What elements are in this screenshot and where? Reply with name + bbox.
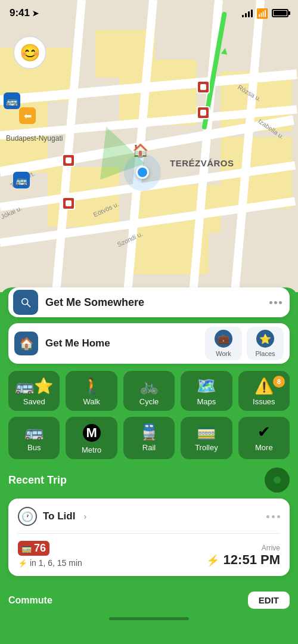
- search-placeholder[interactable]: Get Me Somewhere: [38, 296, 266, 309]
- metro-button[interactable]: M Metro: [66, 417, 117, 459]
- more-button[interactable]: ✔ More: [238, 417, 290, 459]
- dot: [274, 301, 277, 304]
- metro-label: Metro: [82, 445, 101, 454]
- briefcase-icon: 💼: [218, 333, 229, 345]
- maps-label: Maps: [197, 397, 216, 406]
- svg-line-1: [27, 304, 30, 307]
- wifi-icon: 📶: [256, 8, 268, 19]
- edit-button[interactable]: EDIT: [248, 592, 290, 609]
- get-home-label[interactable]: Get Me Home: [38, 338, 200, 349]
- map-yellow-icon: ⬅: [19, 107, 36, 124]
- signal-bar-3: [248, 11, 250, 17]
- bus-stop-marker: [197, 80, 210, 94]
- terez-district-label: TERÉZVÁROS: [170, 158, 234, 168]
- status-time: 9:41 ➤: [10, 7, 39, 19]
- grid-section: 🚌⭐ Saved 🚶 Walk 🚲 Cycle 🗺️ Maps ⚠️ Issue…: [0, 364, 298, 459]
- get-home-button[interactable]: 🏠: [14, 332, 38, 355]
- search-icon-button[interactable]: [13, 290, 38, 315]
- signal-bars: [242, 9, 253, 17]
- trolley-label: Trolley: [195, 443, 218, 452]
- trip-card-header: 🕐 To Lidl ›: [18, 507, 280, 526]
- home-pin: 🏠: [132, 143, 148, 159]
- signal-bar-2: [245, 13, 247, 17]
- maps-button[interactable]: 🗺️ Maps: [181, 371, 232, 411]
- home-icon: 🏠: [19, 336, 34, 351]
- clock-icon: 🕐: [18, 507, 37, 526]
- bus-stop-marker: [62, 197, 75, 210]
- metro-icon: M: [83, 424, 101, 442]
- places-icon-circle: ⭐: [256, 330, 274, 348]
- arrive-time: ⚡ 12:51 PM: [206, 552, 280, 568]
- recent-trip-options-button[interactable]: [265, 467, 290, 493]
- rail-button[interactable]: 🚆 Rail: [123, 417, 175, 459]
- rail-icon: 🚆: [139, 424, 159, 439]
- walk-label: Walk: [83, 397, 100, 406]
- bottom-panel: Get Me Somewhere 🏠 Get Me Home 💼 Work ⭐ …: [0, 287, 298, 636]
- trolley-route-icon: 🚃: [21, 544, 32, 553]
- dot: [279, 301, 282, 304]
- walk-button[interactable]: 🚶 Walk: [66, 371, 117, 411]
- dot: [277, 515, 280, 518]
- issues-icon: ⚠️: [254, 378, 274, 394]
- arrive-label: Arrive: [206, 544, 280, 552]
- route-number: 76: [34, 542, 46, 555]
- bottom-bar: Commute EDIT: [0, 583, 298, 614]
- trip-minutes: ⚡ in 1, 6, 15 min: [18, 558, 82, 568]
- recent-trip-header: Recent Trip: [0, 465, 298, 499]
- issues-button[interactable]: ⚠️ Issues 8: [238, 371, 290, 411]
- arrive-block: Arrive ⚡ 12:51 PM: [206, 544, 280, 568]
- places-label: Places: [255, 350, 275, 357]
- cycle-button[interactable]: 🚲 Cycle: [123, 371, 175, 411]
- home-indicator: [109, 617, 189, 620]
- trip-more-options[interactable]: [266, 515, 280, 518]
- saved-icon: 🚌⭐: [15, 378, 53, 394]
- circle-icon: [271, 473, 284, 487]
- map-view[interactable]: ▲ 🏠 🚌 🚌 ⬅ Budapest-Nyugati TERÉZVÁROS Ró…: [0, 0, 298, 292]
- trip-details-row: 🚃 76 ⚡ in 1, 6, 15 min Arrive ⚡ 12:51 PM: [18, 541, 280, 568]
- issues-badge: 8: [273, 376, 285, 388]
- location-icon: ➤: [32, 9, 39, 18]
- map-transit-icon: 🚌: [4, 92, 20, 109]
- work-label: Work: [216, 350, 231, 357]
- map-metro-icon: 🚌: [13, 172, 30, 188]
- saved-button[interactable]: 🚌⭐ Saved: [8, 371, 60, 411]
- trip-arrow-icon: ›: [83, 512, 86, 521]
- trip-title-row: 🕐 To Lidl ›: [18, 507, 86, 526]
- quick-actions-row: 🏠 Get Me Home 💼 Work ⭐ Places: [8, 323, 290, 364]
- places-button[interactable]: ⭐ Places: [247, 327, 284, 360]
- commute-label: Commute: [8, 595, 52, 606]
- issues-label: Issues: [253, 397, 275, 406]
- work-button[interactable]: 💼 Work: [205, 327, 242, 360]
- bus-route-badge: 🚃 76: [18, 541, 49, 556]
- location-dot: [136, 166, 149, 179]
- trip-card[interactable]: 🕐 To Lidl › 🚃 76 ⚡: [8, 499, 290, 576]
- work-icon-circle: 💼: [215, 330, 232, 348]
- cycle-icon: 🚲: [139, 378, 159, 394]
- dot: [269, 301, 272, 304]
- search-container[interactable]: Get Me Somewhere: [8, 287, 290, 317]
- trolley-button[interactable]: 🚃 Trolley: [181, 417, 232, 459]
- trip-divider: [18, 533, 280, 534]
- signal-bar-4: [251, 10, 253, 17]
- star-icon: ⭐: [259, 333, 271, 345]
- search-icon: [20, 296, 32, 308]
- more-options-button[interactable]: [266, 293, 285, 312]
- battery-icon: [272, 9, 288, 17]
- budapest-nyugati-label: Budapest-Nyugati: [6, 134, 63, 143]
- dot: [266, 515, 269, 518]
- user-avatar[interactable]: 😊: [13, 36, 46, 69]
- trip-route-info: 🚃 76 ⚡ in 1, 6, 15 min: [18, 541, 82, 568]
- bus-stop-marker: [197, 106, 210, 119]
- bus-button[interactable]: 🚌 Bus: [8, 417, 60, 459]
- maps-icon: 🗺️: [197, 378, 216, 394]
- walk-icon: 🚶: [82, 378, 101, 394]
- trip-destination: To Lidl: [43, 510, 75, 522]
- status-icons: 📶: [242, 8, 288, 19]
- lightning-arrive-icon: ⚡: [206, 555, 219, 566]
- more-icon: ✔: [257, 424, 271, 439]
- status-bar: 9:41 ➤ 📶: [0, 0, 298, 26]
- cycle-label: Cycle: [139, 397, 159, 406]
- rail-label: Rail: [142, 443, 156, 452]
- dot: [272, 515, 275, 518]
- svg-point-3: [274, 476, 281, 484]
